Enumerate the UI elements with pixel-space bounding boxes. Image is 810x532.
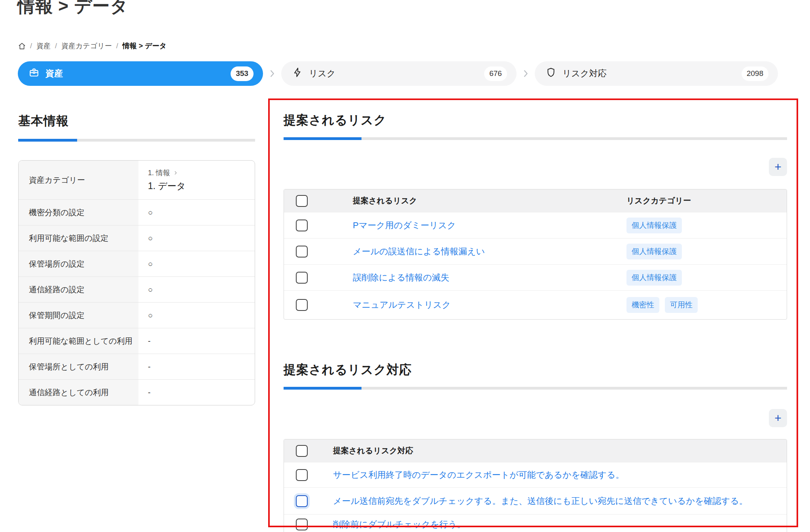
category-parent[interactable]: 1. 情報 <box>148 168 170 178</box>
risk-link[interactable]: マニュアルテストリスク <box>353 299 626 311</box>
step-tabs: 資産 353 リスク 676 リスク対応 2098 <box>18 61 790 86</box>
row-label: 保管期間の設定 <box>19 303 138 328</box>
row-value: ○ <box>138 277 255 302</box>
select-all-checkbox[interactable] <box>296 195 308 207</box>
breadcrumb-current: 情報 > データ <box>123 41 167 51</box>
breadcrumb-item-asset-category[interactable]: 資産カテゴリー <box>61 41 112 51</box>
row-value: ○ <box>138 251 255 276</box>
proposed-responses-table: 提案されるリスク対応 サービス利用終了時のデータのエクスポートが可能であるかを確… <box>284 439 787 532</box>
category-current: 1. データ <box>148 180 186 192</box>
briefcase-icon <box>29 67 45 80</box>
basic-info-panel: 基本情報 資産カテゴリー 1. 情報 1. データ 機密分類の設定 ○ 利用可能… <box>18 113 255 405</box>
chevron-right-icon <box>173 170 178 176</box>
row-value: - <box>138 380 255 405</box>
suggestions-panel: 提案されるリスク + 提案されるリスク リスクカテゴリー Pマーク用のダミーリス… <box>284 99 787 532</box>
row-value: ○ <box>138 200 255 225</box>
tab-assets[interactable]: 資産 353 <box>18 61 263 86</box>
add-response-button[interactable]: + <box>769 409 787 427</box>
section-rule <box>284 387 787 390</box>
row-value: 1. 情報 1. データ <box>138 161 255 199</box>
row-label: 利用可能な範囲としての利用 <box>19 328 138 354</box>
chevron-right-icon <box>517 68 535 80</box>
table-row: サービス利用終了時のデータのエクスポートが可能であるかを確認する。 <box>284 462 787 487</box>
basic-info-table: 資産カテゴリー 1. 情報 1. データ 機密分類の設定 ○ 利用可能な範囲の設… <box>18 160 255 405</box>
tab-risk-responses[interactable]: リスク対応 2098 <box>535 61 778 86</box>
row-label: 資産カテゴリー <box>19 161 138 199</box>
table-row: 保管場所としての利用 - <box>19 354 255 379</box>
response-link[interactable]: 削除前にダブルチェックを行う。 <box>333 519 787 530</box>
tab-count-badge: 2098 <box>742 66 768 81</box>
row-checkbox[interactable] <box>296 272 308 284</box>
risk-category-badge: 可用性 <box>665 297 698 313</box>
table-row: 資産カテゴリー 1. 情報 1. データ <box>19 161 255 199</box>
proposed-risks-table: 提案されるリスク リスクカテゴリー Pマーク用のダミーリスク 個人情報保護 メー… <box>284 189 787 320</box>
basic-info-heading: 基本情報 <box>18 113 255 129</box>
risk-link[interactable]: Pマーク用のダミーリスク <box>353 220 626 231</box>
shield-icon <box>546 67 562 80</box>
section-rule <box>284 137 787 140</box>
breadcrumb: / 資産 / 資産カテゴリー / 情報 > データ <box>18 41 167 51</box>
table-row: 誤削除による情報の滅失 個人情報保護 <box>284 264 787 290</box>
response-link[interactable]: メール送信前宛先をダブルチェックする。また、送信後にも正しい宛先に送信できている… <box>333 495 787 507</box>
column-header: リスクカテゴリー <box>626 195 787 206</box>
table-header-row: 提案されるリスク対応 <box>284 439 787 462</box>
row-checkbox[interactable] <box>296 299 308 311</box>
breadcrumb-separator: / <box>55 42 57 50</box>
page-title: 情報 > データ <box>17 0 128 18</box>
tab-label: リスク対応 <box>562 68 607 80</box>
row-label: 通信経路としての利用 <box>19 380 138 405</box>
row-label: 利用可能な範囲の設定 <box>19 225 138 251</box>
row-label: 保管場所としての利用 <box>19 354 138 379</box>
table-row: 保管期間の設定 ○ <box>19 302 255 328</box>
response-link[interactable]: サービス利用終了時のデータのエクスポートが可能であるかを確認する。 <box>333 469 787 481</box>
row-checkbox[interactable] <box>296 220 308 231</box>
tab-label: リスク <box>309 68 336 80</box>
risk-category-badge: 機密性 <box>626 297 659 313</box>
bolt-icon <box>292 67 309 80</box>
page: 情報 > データ / 資産 / 資産カテゴリー / 情報 > データ 資産 35… <box>0 0 810 532</box>
table-row: 機密分類の設定 ○ <box>19 199 255 225</box>
row-label: 機密分類の設定 <box>19 200 138 225</box>
tab-count-badge: 676 <box>484 66 507 81</box>
home-icon[interactable] <box>18 42 26 50</box>
tab-risks[interactable]: リスク 676 <box>281 61 517 86</box>
risk-category-badge: 個人情報保護 <box>626 244 682 259</box>
table-row: Pマーク用のダミーリスク 個人情報保護 <box>284 212 787 238</box>
table-row: メールの誤送信による情報漏えい 個人情報保護 <box>284 238 787 264</box>
select-all-checkbox[interactable] <box>296 445 308 457</box>
table-row: メール送信前宛先をダブルチェックする。また、送信後にも正しい宛先に送信できている… <box>284 487 787 514</box>
table-row: 利用可能な範囲としての利用 - <box>19 328 255 354</box>
row-checkbox[interactable] <box>296 519 308 530</box>
table-row: マニュアルテストリスク 機密性 可用性 <box>284 290 787 319</box>
breadcrumb-separator: / <box>116 42 118 50</box>
proposed-risks-heading: 提案されるリスク <box>284 112 787 129</box>
breadcrumb-separator: / <box>30 42 32 50</box>
table-row: 通信経路の設定 ○ <box>19 276 255 302</box>
chevron-right-icon <box>263 68 281 80</box>
row-label: 保管場所の設定 <box>19 251 138 276</box>
table-header-row: 提案されるリスク リスクカテゴリー <box>284 189 787 212</box>
risk-link[interactable]: メールの誤送信による情報漏えい <box>353 246 626 257</box>
table-row: 利用可能な範囲の設定 ○ <box>19 225 255 251</box>
row-value: ○ <box>138 225 255 251</box>
column-header: 提案されるリスク <box>353 195 626 206</box>
tab-label: 資産 <box>45 68 63 80</box>
breadcrumb-item-assets[interactable]: 資産 <box>36 41 51 51</box>
row-checkbox-focused[interactable] <box>296 495 308 507</box>
table-row: 通信経路としての利用 - <box>19 379 255 405</box>
row-checkbox[interactable] <box>296 246 308 257</box>
row-value: ○ <box>138 303 255 328</box>
table-row: 削除前にダブルチェックを行う。 <box>284 514 787 532</box>
row-label: 通信経路の設定 <box>19 277 138 302</box>
row-value: - <box>138 328 255 354</box>
risk-link[interactable]: 誤削除による情報の滅失 <box>353 272 626 284</box>
proposed-responses-heading: 提案されるリスク対応 <box>284 362 787 378</box>
row-value: - <box>138 354 255 379</box>
column-header: 提案されるリスク対応 <box>333 445 787 456</box>
row-checkbox[interactable] <box>296 469 308 481</box>
section-rule <box>18 139 255 142</box>
add-risk-button[interactable]: + <box>769 158 787 176</box>
table-row: 保管場所の設定 ○ <box>19 251 255 276</box>
risk-category-badge: 個人情報保護 <box>626 270 682 286</box>
tab-count-badge: 353 <box>231 66 254 81</box>
